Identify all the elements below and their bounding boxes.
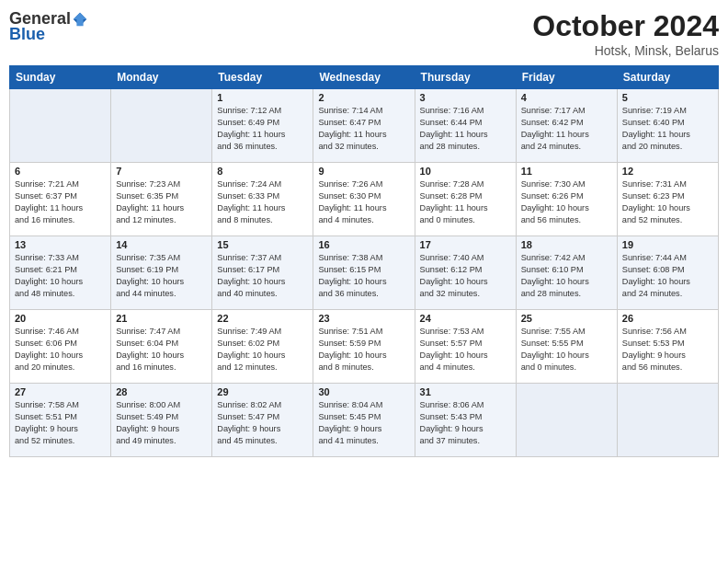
day-number: 5 bbox=[622, 92, 713, 103]
day-info: Sunrise: 7:23 AM Sunset: 6:35 PM Dayligh… bbox=[116, 178, 207, 226]
day-info: Sunrise: 7:12 AM Sunset: 6:49 PM Dayligh… bbox=[217, 105, 308, 153]
title-block: October 2024 Hotsk, Minsk, Belarus bbox=[532, 9, 719, 58]
table-row: 25Sunrise: 7:55 AM Sunset: 5:55 PM Dayli… bbox=[516, 310, 617, 384]
svg-marker-1 bbox=[74, 12, 86, 25]
day-info: Sunrise: 7:37 AM Sunset: 6:17 PM Dayligh… bbox=[217, 252, 308, 300]
day-info: Sunrise: 8:04 AM Sunset: 5:45 PM Dayligh… bbox=[318, 399, 409, 447]
table-row: 14Sunrise: 7:35 AM Sunset: 6:19 PM Dayli… bbox=[111, 236, 212, 310]
day-info: Sunrise: 7:46 AM Sunset: 6:06 PM Dayligh… bbox=[15, 326, 106, 373]
day-number: 13 bbox=[15, 239, 106, 250]
calendar-week-row: 13Sunrise: 7:33 AM Sunset: 6:21 PM Dayli… bbox=[10, 236, 719, 310]
col-wednesday: Wednesday bbox=[313, 66, 415, 89]
table-row: 28Sunrise: 8:00 AM Sunset: 5:49 PM Dayli… bbox=[111, 384, 212, 457]
day-info: Sunrise: 7:28 AM Sunset: 6:28 PM Dayligh… bbox=[420, 178, 511, 226]
day-number: 14 bbox=[116, 239, 207, 250]
day-info: Sunrise: 7:30 AM Sunset: 6:26 PM Dayligh… bbox=[521, 178, 612, 226]
logo: General Blue bbox=[9, 9, 88, 44]
calendar-title: October 2024 bbox=[532, 9, 719, 43]
day-number: 10 bbox=[420, 166, 511, 177]
table-row: 19Sunrise: 7:44 AM Sunset: 6:08 PM Dayli… bbox=[617, 236, 718, 310]
day-number: 3 bbox=[420, 92, 511, 103]
day-info: Sunrise: 7:24 AM Sunset: 6:33 PM Dayligh… bbox=[217, 178, 308, 226]
table-row: 13Sunrise: 7:33 AM Sunset: 6:21 PM Dayli… bbox=[10, 236, 111, 310]
table-row: 21Sunrise: 7:47 AM Sunset: 6:04 PM Dayli… bbox=[111, 310, 212, 384]
table-row bbox=[617, 384, 718, 457]
table-row: 12Sunrise: 7:31 AM Sunset: 6:23 PM Dayli… bbox=[617, 163, 718, 236]
day-info: Sunrise: 7:17 AM Sunset: 6:42 PM Dayligh… bbox=[521, 105, 612, 153]
day-info: Sunrise: 8:02 AM Sunset: 5:47 PM Dayligh… bbox=[217, 399, 308, 447]
day-info: Sunrise: 7:31 AM Sunset: 6:23 PM Dayligh… bbox=[622, 178, 713, 226]
table-row: 20Sunrise: 7:46 AM Sunset: 6:06 PM Dayli… bbox=[10, 310, 111, 384]
day-number: 19 bbox=[622, 239, 713, 250]
table-row: 30Sunrise: 8:04 AM Sunset: 5:45 PM Dayli… bbox=[313, 384, 415, 457]
calendar-week-row: 20Sunrise: 7:46 AM Sunset: 6:06 PM Dayli… bbox=[10, 310, 719, 384]
table-row: 4Sunrise: 7:17 AM Sunset: 6:42 PM Daylig… bbox=[516, 89, 617, 163]
day-number: 22 bbox=[217, 313, 308, 324]
table-row: 5Sunrise: 7:19 AM Sunset: 6:40 PM Daylig… bbox=[617, 89, 718, 163]
table-row bbox=[516, 384, 617, 457]
calendar-week-row: 6Sunrise: 7:21 AM Sunset: 6:37 PM Daylig… bbox=[10, 163, 719, 236]
day-info: Sunrise: 7:56 AM Sunset: 5:53 PM Dayligh… bbox=[622, 326, 713, 373]
calendar-week-row: 1Sunrise: 7:12 AM Sunset: 6:49 PM Daylig… bbox=[10, 89, 719, 163]
day-number: 6 bbox=[15, 166, 106, 177]
table-row: 7Sunrise: 7:23 AM Sunset: 6:35 PM Daylig… bbox=[111, 163, 212, 236]
day-number: 15 bbox=[217, 239, 308, 250]
day-number: 8 bbox=[217, 166, 308, 177]
day-number: 25 bbox=[521, 313, 612, 324]
col-saturday: Saturday bbox=[617, 66, 718, 89]
table-row: 17Sunrise: 7:40 AM Sunset: 6:12 PM Dayli… bbox=[415, 236, 516, 310]
col-sunday: Sunday bbox=[10, 66, 111, 89]
day-number: 28 bbox=[116, 386, 207, 397]
day-info: Sunrise: 7:35 AM Sunset: 6:19 PM Dayligh… bbox=[116, 252, 207, 300]
day-number: 24 bbox=[420, 313, 511, 324]
day-info: Sunrise: 7:44 AM Sunset: 6:08 PM Dayligh… bbox=[622, 252, 713, 300]
day-number: 16 bbox=[318, 239, 409, 250]
day-info: Sunrise: 7:19 AM Sunset: 6:40 PM Dayligh… bbox=[622, 105, 713, 153]
table-row: 24Sunrise: 7:53 AM Sunset: 5:57 PM Dayli… bbox=[415, 310, 516, 384]
day-info: Sunrise: 7:14 AM Sunset: 6:47 PM Dayligh… bbox=[318, 105, 409, 153]
table-row: 26Sunrise: 7:56 AM Sunset: 5:53 PM Dayli… bbox=[617, 310, 718, 384]
col-monday: Monday bbox=[111, 66, 212, 89]
table-row: 29Sunrise: 8:02 AM Sunset: 5:47 PM Dayli… bbox=[212, 384, 313, 457]
logo-icon bbox=[72, 11, 88, 28]
header: General Blue October 2024 Hotsk, Minsk, … bbox=[9, 9, 719, 58]
table-row: 23Sunrise: 7:51 AM Sunset: 5:59 PM Dayli… bbox=[313, 310, 415, 384]
table-row: 22Sunrise: 7:49 AM Sunset: 6:02 PM Dayli… bbox=[212, 310, 313, 384]
day-number: 18 bbox=[521, 239, 612, 250]
table-row: 3Sunrise: 7:16 AM Sunset: 6:44 PM Daylig… bbox=[415, 89, 516, 163]
day-number: 2 bbox=[318, 92, 409, 103]
day-number: 17 bbox=[420, 239, 511, 250]
table-row: 2Sunrise: 7:14 AM Sunset: 6:47 PM Daylig… bbox=[313, 89, 415, 163]
calendar-week-row: 27Sunrise: 7:58 AM Sunset: 5:51 PM Dayli… bbox=[10, 384, 719, 457]
table-row: 18Sunrise: 7:42 AM Sunset: 6:10 PM Dayli… bbox=[516, 236, 617, 310]
day-info: Sunrise: 7:53 AM Sunset: 5:57 PM Dayligh… bbox=[420, 326, 511, 373]
day-number: 1 bbox=[217, 92, 308, 103]
table-row bbox=[10, 89, 111, 163]
day-info: Sunrise: 7:40 AM Sunset: 6:12 PM Dayligh… bbox=[420, 252, 511, 300]
table-row bbox=[111, 89, 212, 163]
day-number: 21 bbox=[116, 313, 207, 324]
table-row: 27Sunrise: 7:58 AM Sunset: 5:51 PM Dayli… bbox=[10, 384, 111, 457]
col-thursday: Thursday bbox=[415, 66, 516, 89]
table-row: 8Sunrise: 7:24 AM Sunset: 6:33 PM Daylig… bbox=[212, 163, 313, 236]
day-info: Sunrise: 7:47 AM Sunset: 6:04 PM Dayligh… bbox=[116, 326, 207, 373]
table-row: 31Sunrise: 8:06 AM Sunset: 5:43 PM Dayli… bbox=[415, 384, 516, 457]
day-number: 26 bbox=[622, 313, 713, 324]
table-row: 6Sunrise: 7:21 AM Sunset: 6:37 PM Daylig… bbox=[10, 163, 111, 236]
day-number: 20 bbox=[15, 313, 106, 324]
col-tuesday: Tuesday bbox=[212, 66, 313, 89]
page: General Blue October 2024 Hotsk, Minsk, … bbox=[0, 0, 728, 563]
day-info: Sunrise: 7:42 AM Sunset: 6:10 PM Dayligh… bbox=[521, 252, 612, 300]
day-number: 30 bbox=[318, 386, 409, 397]
day-number: 31 bbox=[420, 386, 511, 397]
day-info: Sunrise: 8:00 AM Sunset: 5:49 PM Dayligh… bbox=[116, 399, 207, 447]
day-number: 27 bbox=[15, 386, 106, 397]
day-info: Sunrise: 7:33 AM Sunset: 6:21 PM Dayligh… bbox=[15, 252, 106, 300]
col-friday: Friday bbox=[516, 66, 617, 89]
day-number: 29 bbox=[217, 386, 308, 397]
day-info: Sunrise: 7:16 AM Sunset: 6:44 PM Dayligh… bbox=[420, 105, 511, 153]
day-info: Sunrise: 7:51 AM Sunset: 5:59 PM Dayligh… bbox=[318, 326, 409, 373]
calendar-subtitle: Hotsk, Minsk, Belarus bbox=[532, 43, 719, 58]
day-number: 11 bbox=[521, 166, 612, 177]
day-info: Sunrise: 7:38 AM Sunset: 6:15 PM Dayligh… bbox=[318, 252, 409, 300]
